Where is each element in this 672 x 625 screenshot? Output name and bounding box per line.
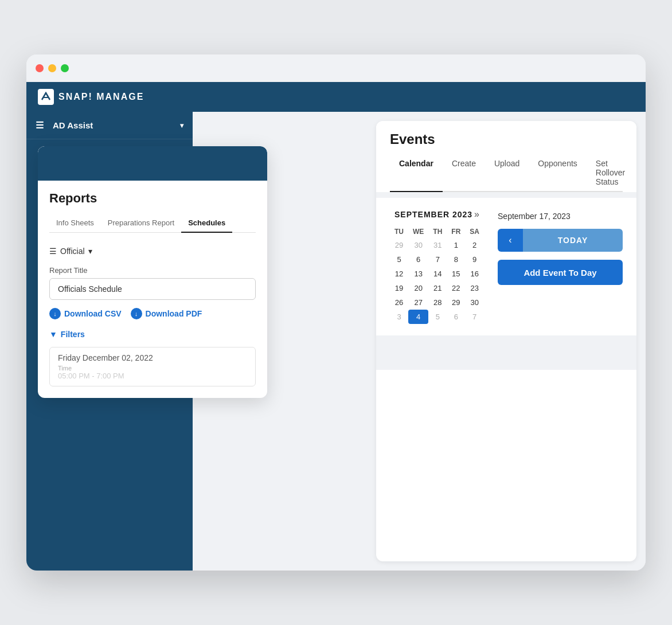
col-header-th: TH bbox=[428, 225, 447, 238]
events-title: Events bbox=[390, 131, 623, 147]
chevron-left-icon: ‹ bbox=[509, 235, 511, 245]
calendar-month-header: SEPTEMBER 2023 » bbox=[390, 209, 484, 220]
reports-card: Reports Info Sheets Preparations Report … bbox=[38, 146, 267, 398]
divider bbox=[376, 192, 636, 198]
today-button[interactable]: TODAY bbox=[523, 229, 623, 252]
calendar-row: 3 4 5 6 7 bbox=[390, 310, 484, 324]
events-header: Events Calendar Create Upload Opponents … bbox=[376, 121, 636, 192]
hamburger-small-icon: ☰ bbox=[49, 247, 57, 256]
sidebar-item-label: AD Assist bbox=[53, 120, 93, 130]
calendar-cell[interactable]: 19 bbox=[390, 281, 408, 295]
calendar-cell[interactable]: 1 bbox=[447, 238, 465, 252]
reports-tabs: Info Sheets Preparations Report Schedule… bbox=[49, 214, 256, 233]
time-label: Time bbox=[58, 365, 247, 372]
calendar-cell[interactable]: 26 bbox=[390, 295, 408, 310]
calendar-cell[interactable]: 14 bbox=[428, 267, 447, 281]
close-button[interactable] bbox=[36, 64, 44, 72]
calendar-cell[interactable]: 29 bbox=[447, 295, 465, 310]
today-button-label: TODAY bbox=[558, 236, 588, 245]
calendar-cell-today[interactable]: 4 bbox=[408, 310, 428, 324]
download-pdf-label: Download PDF bbox=[146, 309, 202, 318]
calendar-cell[interactable]: 16 bbox=[465, 267, 484, 281]
calendar-cell[interactable]: 20 bbox=[408, 281, 428, 295]
time-value: 05:00 PM - 7:00 PM bbox=[58, 372, 247, 380]
calendar-cell[interactable]: 9 bbox=[465, 252, 484, 267]
tab-unconfirmed[interactable]: Unconfirmed bbox=[634, 154, 636, 191]
calendar-cell[interactable]: 30 bbox=[408, 238, 428, 252]
reports-title-area: Reports Info Sheets Preparations Report … bbox=[38, 181, 267, 233]
calendar-month-title: SEPTEMBER 2023 bbox=[394, 210, 472, 219]
reports-title: Reports bbox=[49, 191, 256, 206]
selected-date: September 17, 2023 bbox=[498, 209, 623, 221]
official-chevron-icon: ▾ bbox=[88, 247, 92, 256]
calendar-widget: SEPTEMBER 2023 » TU WE TH FR SA bbox=[390, 209, 484, 324]
calendar-row: 26 27 28 29 30 bbox=[390, 295, 484, 310]
calendar-row: 5 6 7 8 9 bbox=[390, 252, 484, 267]
reports-body: ☰ Official ▾ Report Title ↓ Download CSV… bbox=[38, 242, 267, 398]
calendar-cell[interactable]: 2 bbox=[465, 238, 484, 252]
add-event-button[interactable]: Add Event To Day bbox=[498, 260, 623, 285]
tab-schedules[interactable]: Schedules bbox=[181, 214, 232, 233]
download-csv-button[interactable]: ↓ Download CSV bbox=[49, 308, 122, 319]
col-header-sa: SA bbox=[465, 225, 484, 238]
calendar-cell[interactable]: 12 bbox=[390, 267, 408, 281]
maximize-button[interactable] bbox=[61, 64, 69, 72]
logo: SNAP! MANAGE bbox=[38, 89, 144, 105]
prev-button[interactable]: ‹ bbox=[498, 229, 523, 252]
calendar-cell[interactable]: 28 bbox=[428, 295, 447, 310]
sidebar-header[interactable]: ☰ AD Assist ▾ bbox=[26, 112, 193, 139]
tab-preparations-report[interactable]: Preparations Report bbox=[101, 214, 181, 232]
tab-set-rollover[interactable]: Set Rollover Status bbox=[587, 154, 634, 191]
calendar-cell[interactable]: 29 bbox=[390, 238, 408, 252]
calendar-cell[interactable]: 7 bbox=[428, 252, 447, 267]
calendar-cell[interactable]: 27 bbox=[408, 295, 428, 310]
date-filter-value: Friday December 02, 2022 bbox=[58, 353, 247, 362]
tab-upload[interactable]: Upload bbox=[485, 154, 529, 191]
date-filter[interactable]: Friday December 02, 2022 Time 05:00 PM -… bbox=[49, 347, 256, 386]
calendar-area: SEPTEMBER 2023 » TU WE TH FR SA bbox=[376, 198, 636, 335]
calendar-cell[interactable]: 30 bbox=[465, 295, 484, 310]
download-pdf-button[interactable]: ↓ Download PDF bbox=[131, 308, 202, 319]
add-event-label: Add Event To Day bbox=[523, 268, 596, 278]
calendar-row: 12 13 14 15 16 bbox=[390, 267, 484, 281]
calendar-cell[interactable]: 22 bbox=[447, 281, 465, 295]
calendar-cell[interactable]: 23 bbox=[465, 281, 484, 295]
nav-today-row: ‹ TODAY bbox=[498, 229, 623, 252]
calendar-cell[interactable]: 31 bbox=[428, 238, 447, 252]
events-panel: Events Calendar Create Upload Opponents … bbox=[376, 121, 636, 561]
col-header-fr: FR bbox=[447, 225, 465, 238]
download-csv-icon: ↓ bbox=[49, 308, 61, 319]
report-title-label: Report Title bbox=[49, 266, 256, 275]
minimize-button[interactable] bbox=[48, 64, 56, 72]
calendar-next-icon[interactable]: » bbox=[474, 209, 479, 220]
calendar-cell[interactable]: 6 bbox=[447, 310, 465, 324]
calendar-cell[interactable]: 7 bbox=[465, 310, 484, 324]
calendar-row: 29 30 31 1 2 bbox=[390, 238, 484, 252]
report-title-input[interactable] bbox=[49, 278, 256, 300]
calendar-grid: TU WE TH FR SA 29 30 31 bbox=[390, 225, 484, 324]
calendar-cell[interactable]: 8 bbox=[447, 252, 465, 267]
col-header-tu: TU bbox=[390, 225, 408, 238]
calendar-cell[interactable]: 5 bbox=[428, 310, 447, 324]
filters-section[interactable]: ▼ Filters bbox=[49, 330, 256, 339]
tab-calendar[interactable]: Calendar bbox=[390, 154, 443, 192]
tab-opponents[interactable]: Opponents bbox=[529, 154, 587, 191]
reports-card-header bbox=[38, 146, 267, 181]
official-dropdown[interactable]: ☰ Official ▾ bbox=[49, 242, 256, 260]
calendar-cell[interactable]: 15 bbox=[447, 267, 465, 281]
calendar-cell[interactable]: 3 bbox=[390, 310, 408, 324]
calendar-cell[interactable]: 5 bbox=[390, 252, 408, 267]
filters-label: Filters bbox=[61, 330, 85, 339]
main-area: ☰ AD Assist ▾ Reports Info Sheets Prepar… bbox=[26, 112, 646, 571]
tab-create[interactable]: Create bbox=[443, 154, 485, 191]
events-tabs: Calendar Create Upload Opponents Set Rol… bbox=[390, 154, 623, 192]
right-sidebar: September 17, 2023 ‹ TODAY Add Event To … bbox=[498, 209, 623, 324]
title-bar bbox=[26, 54, 646, 82]
tab-info-sheets[interactable]: Info Sheets bbox=[49, 214, 101, 232]
chevron-down-icon: ▾ bbox=[180, 122, 183, 130]
col-header-we: WE bbox=[408, 225, 428, 238]
calendar-cell[interactable]: 6 bbox=[408, 252, 428, 267]
filter-icon: ▼ bbox=[49, 330, 57, 339]
calendar-cell[interactable]: 21 bbox=[428, 281, 447, 295]
calendar-cell[interactable]: 13 bbox=[408, 267, 428, 281]
